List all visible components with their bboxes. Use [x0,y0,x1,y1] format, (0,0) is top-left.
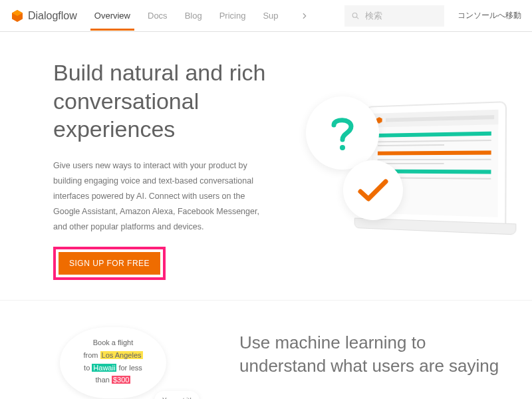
nav-support[interactable]: Sup [263,1,278,30]
chevron-right-icon [300,11,309,21]
cta-highlight-box: SIGN UP FOR FREE [53,247,166,280]
entity-origin: Los Angeles [100,351,143,359]
top-nav: Dialogflow Overview Docs Blog Pricing Su… [0,0,532,32]
entity-destination: Hawaii [92,364,116,372]
search-icon [351,11,360,21]
reply-bubble: You got it! [154,391,200,399]
svg-point-4 [340,145,345,150]
question-bubble [306,96,379,170]
nav-pricing[interactable]: Pricing [219,1,246,30]
hero-section: Build natural and rich conversational ex… [0,32,532,300]
ml-section-title: Use machine learning to understand what … [239,327,505,378]
checkmark-icon [356,177,390,203]
bubble-line1: Book a flight [72,336,154,349]
dialogflow-hex-icon [11,9,24,23]
brand-logo[interactable]: Dialogflow [11,9,77,23]
nav-more-chevron[interactable] [296,11,309,21]
question-mark-icon [327,113,358,153]
hero-text-column: Build natural and rich conversational ex… [53,59,266,280]
ml-section: Book a flight from Los Angeles to Hawaii… [0,300,532,398]
checkmark-bubble [343,160,403,220]
nav-tabs: Overview Docs Blog Pricing Sup [94,1,309,30]
nav-blog[interactable]: Blog [185,1,202,30]
hero-illustration [279,59,532,280]
search-box[interactable] [344,5,444,27]
brand-name: Dialogflow [28,10,77,22]
svg-point-2 [352,13,357,17]
svg-line-3 [356,17,358,19]
nav-docs[interactable]: Docs [148,1,168,30]
go-to-console-link[interactable]: コンソールへ移動 [458,10,521,21]
signup-free-button[interactable]: SIGN UP FOR FREE [59,252,160,275]
nav-overview[interactable]: Overview [94,1,130,30]
entity-price: $300 [112,376,130,384]
example-query-bubble: Book a flight from Los Angeles to Hawaii… [60,327,166,398]
search-input[interactable] [365,11,438,21]
hero-description: Give users new ways to interact with you… [53,158,266,235]
hero-title: Build natural and rich conversational ex… [53,59,266,144]
